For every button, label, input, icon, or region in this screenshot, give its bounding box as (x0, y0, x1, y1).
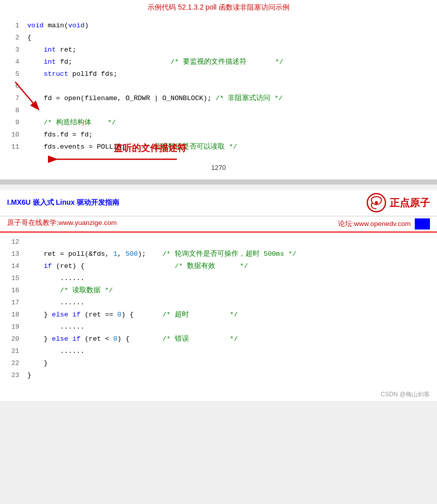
code-line: 22 } (0, 358, 437, 370)
code-line: 5 struct pollfd fds; (0, 69, 437, 81)
token: 500 (125, 250, 137, 258)
token: void (27, 22, 43, 29)
token: fd = open(filename, O_RDWR | O_NONBLOCK)… (27, 95, 216, 102)
token: ) { (117, 335, 162, 343)
line-number: 18 (5, 309, 19, 320)
token: /* 构造结构体 */ (43, 119, 116, 126)
token: } (27, 359, 48, 367)
token: fd; (56, 58, 72, 66)
token (68, 335, 72, 343)
svg-point-3 (375, 201, 378, 204)
logo-area: 正点原子 (366, 193, 430, 213)
line-number: 5 (5, 69, 19, 80)
line-code: void main(void) (27, 20, 432, 32)
code-line: 1void main(void) (0, 20, 437, 32)
code-line: 12 (0, 237, 437, 249)
line-number: 15 (5, 273, 19, 284)
line-code: fds.events = POLLIN; /* 监视数据是否可以读取 */ (27, 142, 432, 153)
code-line: 19 ...... (0, 322, 437, 334)
line-code: } else if (ret < 0) { /* 错误 */ (27, 334, 432, 345)
token: if (72, 311, 80, 318)
code-line: 11 fds.events = POLLIN; /* 监视数据是否可以读取 */ (0, 142, 437, 154)
line-code: int fd; /* 要监视的文件描述符 */ (27, 57, 432, 68)
code-line: 7 fd = open(filename, O_RDWR | O_NONBLOC… (0, 93, 437, 105)
token (27, 119, 43, 126)
logo-icon (366, 193, 386, 213)
token (27, 262, 43, 270)
line-number: 4 (5, 57, 19, 68)
code-line: 21 ...... (0, 346, 437, 358)
token: (ret < (80, 335, 113, 343)
token: /* 非阻塞式访问 */ (216, 95, 283, 102)
top-section: 示例代码 52.1.3.2 poll 函数读非阻塞访问示例 1void main… (0, 0, 437, 179)
token: fds.events = POLLIN; (27, 143, 142, 151)
token: if (72, 335, 80, 343)
line-number: 12 (5, 237, 19, 248)
page-separator (0, 179, 437, 185)
code-block-top: 1void main(void)2{3 int ret;4 int fd; /*… (0, 16, 437, 160)
code-line: 10 fds.fd = fd; (0, 129, 437, 142)
token (27, 58, 43, 66)
line-code: if (ret) { /* 数据有效 */ (27, 261, 432, 272)
code-line: 20 } else if (ret < 0) { /* 错误 */ (0, 334, 437, 346)
line-number: 2 (5, 32, 19, 43)
line-number: 11 (5, 142, 19, 153)
blue-decoration (415, 218, 430, 230)
line-number: 3 (5, 44, 19, 56)
code-line: 3 int ret; (0, 44, 437, 57)
line-number: 6 (5, 81, 19, 92)
line-number: 20 (5, 334, 19, 345)
line-number: 14 (5, 261, 19, 272)
line-number: 7 (5, 93, 19, 104)
line-code: ...... (27, 322, 432, 333)
line-code: ...... (27, 297, 432, 309)
token: int (43, 58, 56, 66)
header-bar: I.MX6U 嵌入式 Linux 驱动开发指南 正点原子 (0, 190, 437, 216)
code-line: 14 if (ret) { /* 数据有效 */ (0, 261, 437, 273)
token: ); (138, 250, 150, 258)
token: /* 错误 */ (162, 335, 238, 343)
token: struct (43, 70, 68, 78)
token: } (27, 335, 52, 343)
code-line: 23} (0, 370, 437, 382)
token: int (43, 46, 56, 54)
token: { (27, 34, 31, 41)
token: ret; (56, 46, 77, 54)
token: pollfd fds; (68, 70, 117, 78)
online-teaching-link: 原子哥在线教学:www.yuanzige.com (7, 218, 117, 230)
code-line: 9 /* 构造结构体 */ (0, 117, 437, 129)
code-line: 13 ret = poll(&fds, 1, 500); /* 轮询文件是否可操… (0, 249, 437, 261)
code-line: 6 (0, 81, 437, 93)
token: fds.fd = fd; (27, 131, 93, 139)
code-line: 17 ...... (0, 297, 437, 309)
token: (ret == (80, 311, 117, 318)
forum-link: 论坛:www.openedv.com (338, 219, 411, 228)
line-code: } (27, 358, 432, 370)
code-line: 2{ (0, 32, 437, 44)
line-number: 17 (5, 297, 19, 308)
line-code: } else if (ret == 0) { /* 超时 */ (27, 309, 432, 321)
token: ...... (27, 299, 84, 306)
line-number: 1 (5, 20, 19, 31)
token: if (43, 262, 52, 270)
token (72, 58, 170, 66)
token: /* 超时 */ (162, 311, 238, 318)
logo-text: 正点原子 (390, 196, 430, 210)
token: ...... (27, 274, 84, 282)
token: /* 轮询文件是否可操作，超时 500ms */ (150, 250, 297, 258)
line-code: { (27, 32, 432, 44)
line-number: 16 (5, 285, 19, 296)
line-code: fd = open(filename, O_RDWR | O_NONBLOCK)… (27, 93, 432, 105)
token (27, 287, 60, 294)
code-line: 15 ...... (0, 273, 437, 285)
line-number: 21 (5, 346, 19, 357)
token: , (117, 250, 125, 258)
code-line: 16 /* 读取数据 */ (0, 285, 437, 297)
line-code: fds.fd = fd; (27, 129, 432, 141)
token: ret = poll(&fds, (27, 250, 113, 258)
token: else (52, 311, 68, 318)
token: ...... (27, 347, 84, 355)
section-title: 示例代码 52.1.3.2 poll 函数读非阻塞访问示例 (0, 0, 437, 16)
token: main( (43, 22, 68, 29)
token (68, 311, 72, 318)
